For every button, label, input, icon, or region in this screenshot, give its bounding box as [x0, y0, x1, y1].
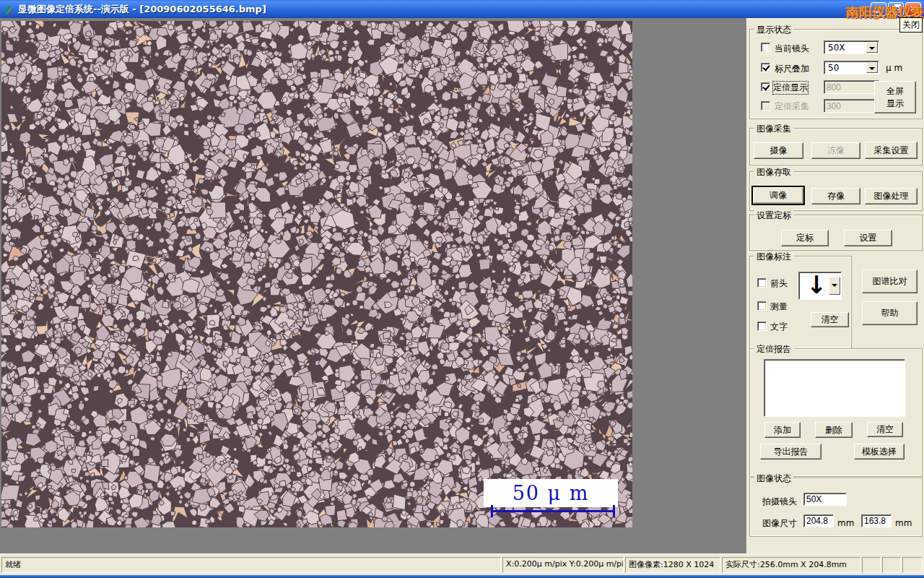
- status-actual-size: 实际尺寸:256.0mm X 204.8mm: [722, 557, 860, 573]
- image-size-label: 图像尺寸: [762, 517, 797, 530]
- micrograph-canvas[interactable]: [1, 21, 632, 527]
- ruler-value-select[interactable]: 50: [824, 61, 879, 74]
- group-title: 图像存取: [754, 166, 793, 178]
- app-icon: [3, 4, 14, 15]
- status-ready: 就绪: [1, 557, 501, 573]
- scale-bar-label: 50 μ m: [513, 482, 590, 504]
- atlas-compare-button[interactable]: 图谱比对: [862, 269, 918, 293]
- control-panel: 显示状态 当前镜头 50X 标尺叠加 50 μ m 定倍显示 定倍采集 全屏 显…: [746, 18, 924, 553]
- calibration-settings-button[interactable]: 设置: [844, 230, 892, 246]
- arrow-label: 箭头: [770, 277, 788, 290]
- group-title: 图像采集: [754, 123, 793, 135]
- chevron-down-icon: [869, 47, 875, 53]
- dropdown-button[interactable]: [866, 62, 878, 73]
- checkbox-fixed-capture: [761, 101, 770, 111]
- checkbox-text[interactable]: [757, 322, 767, 331]
- current-lens-select[interactable]: 50X: [824, 40, 879, 54]
- group-title: 显示状态: [754, 24, 793, 36]
- arrow-style-select[interactable]: ↓: [798, 272, 842, 300]
- chevron-down-icon: [832, 284, 837, 290]
- checkbox-current-lens[interactable]: [761, 43, 770, 52]
- fixed-capture-input: [824, 99, 879, 113]
- window-title: 显微图像定倍系统--演示版 - [20090602055646.bmp]: [18, 3, 266, 16]
- window-bottom-border: [0, 575, 924, 578]
- annotation-clear-button[interactable]: 清空: [811, 312, 849, 327]
- fullscreen-button[interactable]: 全屏 显示: [874, 81, 916, 113]
- width-unit-label: mm: [837, 518, 854, 528]
- title-bar: 显微图像定倍系统--演示版 - [20090602055646.bmp] ✕: [0, 0, 924, 18]
- image-height-value: [861, 514, 892, 527]
- fixed-capture-label: 定倍采集: [775, 100, 809, 113]
- measure-label: 测量: [770, 301, 788, 313]
- capture-settings-button[interactable]: 采集设置: [865, 142, 918, 159]
- arrow-down-icon: ↓: [806, 268, 827, 301]
- checkbox-arrow[interactable]: [757, 278, 767, 288]
- combo-value: 50: [828, 63, 839, 73]
- image-process-button[interactable]: 图像处理: [865, 188, 918, 204]
- close-tooltip: 关闭: [899, 17, 923, 33]
- group-title: 设置定标: [754, 210, 793, 222]
- micrograph-view[interactable]: 50 μ m: [1, 21, 632, 527]
- status-blank: [862, 557, 881, 573]
- load-image-button[interactable]: 调像: [752, 186, 804, 204]
- help-button[interactable]: 帮助: [862, 301, 918, 325]
- ruler-overlay-label: 标尺叠加: [775, 63, 809, 75]
- check-icon: [762, 83, 770, 91]
- group-title: 图像标注: [754, 251, 793, 263]
- status-blank: [902, 557, 923, 573]
- chevron-down-icon: [869, 67, 875, 73]
- calibrate-button[interactable]: 定标: [781, 230, 829, 246]
- height-unit-label: mm: [895, 518, 912, 528]
- template-select-button[interactable]: 模板选择: [854, 444, 905, 460]
- scale-bar-tick: [613, 505, 615, 517]
- status-scale: X:0.200μ m/pix Y:0.200μ m/pix: [502, 557, 624, 573]
- dropdown-button[interactable]: [866, 42, 878, 53]
- report-clear-button[interactable]: 清空: [867, 422, 903, 437]
- save-image-button[interactable]: 存像: [811, 188, 860, 204]
- checkbox-fixed-display[interactable]: [761, 82, 770, 92]
- ruler-unit-label: μ m: [886, 63, 902, 73]
- export-report-button[interactable]: 导出报告: [760, 444, 821, 460]
- checkbox-measure[interactable]: [757, 301, 767, 311]
- capture-lens-value: [803, 493, 847, 506]
- checkbox-ruler-overlay[interactable]: [761, 63, 770, 72]
- report-delete-button[interactable]: 删除: [815, 422, 853, 438]
- freeze-button: 冻像: [811, 142, 860, 159]
- combo-value: 50X: [828, 43, 845, 53]
- shoot-button[interactable]: 摄像: [754, 142, 803, 159]
- scale-bar-line: [491, 510, 615, 512]
- status-bar: 就绪 X:0.200μ m/pix Y:0.200μ m/pix 图像像素:12…: [0, 553, 924, 575]
- dropdown-button[interactable]: [829, 277, 840, 295]
- text-label: 文字: [770, 321, 788, 333]
- report-add-button[interactable]: 添加: [764, 422, 801, 438]
- fixed-display-label: 定倍显示: [773, 82, 808, 94]
- group-title: 图像状态: [754, 473, 793, 485]
- scale-bar-overlay: 50 μ m: [484, 479, 618, 507]
- status-blank: [882, 557, 901, 573]
- group-title: 定倍报告: [754, 343, 793, 355]
- image-width-value: [803, 514, 834, 527]
- group-calibration: 设置定标: [749, 215, 923, 251]
- current-lens-label: 当前镜头: [775, 43, 809, 55]
- report-listbox[interactable]: [764, 359, 905, 417]
- fixed-display-input: [824, 80, 879, 94]
- app-window: 显微图像定倍系统--演示版 - [20090602055646.bmp] ✕ 南…: [0, 0, 924, 578]
- scale-bar-tick: [491, 505, 493, 517]
- check-icon: [762, 64, 770, 72]
- capture-lens-label: 拍摄镜头: [762, 496, 797, 508]
- status-pixels: 图像像素:1280 X 1024: [625, 557, 720, 573]
